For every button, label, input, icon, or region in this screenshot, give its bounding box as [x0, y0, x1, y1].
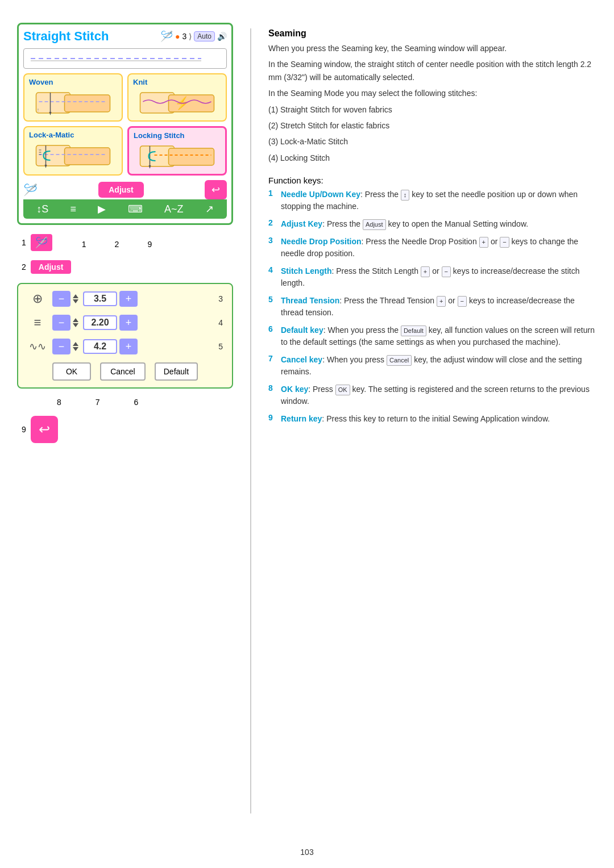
- arrow-icon: ⟩: [189, 32, 192, 41]
- stitch-cell-locking[interactable]: Locking Stitch: [127, 126, 227, 176]
- right-column: Seaming When you press the Seaming key, …: [268, 23, 597, 819]
- fk-num-4: 4: [268, 265, 277, 274]
- svg-marker-6: [49, 112, 52, 115]
- lock-a-matic-label: Lock-a-Matic: [29, 131, 74, 139]
- minus-btn-2[interactable]: −: [52, 315, 70, 331]
- fk-num-7: 7: [268, 354, 277, 363]
- left-column: Straight Stitch 🪡 ● 3 ⟩ Auto 🔊: [17, 23, 233, 819]
- value-text-2: 2.20: [91, 318, 109, 327]
- cancel-button[interactable]: Cancel: [100, 362, 146, 381]
- value-arrows-3: [73, 342, 78, 351]
- fk-item-9: 9 Return key: Press this key to return t…: [268, 413, 597, 425]
- fk-text-7: Cancel key: When you press Cancel key, t…: [281, 354, 597, 378]
- fk-text-8: OK key: Press OK key. The setting is reg…: [281, 383, 597, 407]
- fk-item-4: 4 Stitch Length: Press the Stitch Length…: [268, 265, 597, 289]
- fk-text-5: Thread Tension: Press the Thread Tension…: [281, 295, 597, 319]
- return-button[interactable]: ↩: [205, 180, 227, 199]
- nav-icon-az[interactable]: A~Z: [164, 203, 184, 215]
- fk-num-9: 9: [268, 413, 277, 422]
- value-arrows-2: [73, 318, 78, 327]
- nav-icon-1[interactable]: ↕S: [36, 203, 48, 215]
- fk-badge-6: Default: [401, 326, 426, 336]
- auto-badge: Auto: [194, 31, 215, 41]
- bobbin-icon: ●: [175, 32, 180, 41]
- fk-badge-7: Cancel: [387, 355, 412, 366]
- fk-text-3: Needle Drop Position: Press the Needle D…: [281, 236, 597, 260]
- panel-title: Straight Stitch: [23, 29, 109, 44]
- nav-icon-home[interactable]: ↗: [205, 203, 214, 215]
- row-num-2: 4: [214, 318, 223, 327]
- fk-term-7: Cancel key: [281, 355, 322, 364]
- fk-item-8: 8 OK key: Press OK key. The setting is r…: [268, 383, 597, 407]
- default-button[interactable]: Default: [155, 362, 198, 381]
- panel-icons: 🪡 ● 3 ⟩ Auto 🔊: [160, 30, 227, 43]
- minus-btn-1[interactable]: −: [52, 291, 70, 307]
- woven-svg: ↑: [29, 90, 117, 115]
- callout-section: 1 🪡 1 2 9: [17, 234, 233, 251]
- ok-button[interactable]: OK: [52, 362, 91, 381]
- adjust-icon-stitch: ≡: [27, 315, 48, 330]
- fk-num-5: 5: [268, 295, 277, 304]
- stitch-cell-woven[interactable]: Woven ↑: [23, 73, 123, 122]
- seaming-list-2: (2) Stretch Stitch for elastic fabrics: [268, 119, 597, 132]
- return-key-icon[interactable]: ↩: [31, 416, 58, 443]
- fk-text-4: Stitch Length: Press the Stitch Length +…: [281, 265, 597, 289]
- adjust-row-1: ⊕ − 3.5 + 3: [27, 291, 223, 307]
- callout-1: 1 🪡: [22, 234, 52, 251]
- fk-num-6: 6: [268, 324, 277, 333]
- bottom-num-labels: 8 7 6: [17, 398, 233, 407]
- fk-item-1: 1 Needle Up/Down Key: Press the ↕ key to…: [268, 189, 597, 212]
- fk-plus-3: +: [479, 237, 488, 248]
- adjust-icon-needle: ⊕: [27, 291, 48, 306]
- svg-marker-15: [45, 165, 47, 168]
- fk-item-2: 2 Adjust Key: Press the Adjust key to op…: [268, 218, 597, 230]
- fk-term-3: Needle Drop Position: [281, 237, 362, 246]
- function-keys-list: 1 Needle Up/Down Key: Press the ↕ key to…: [268, 189, 597, 425]
- plus-btn-2[interactable]: +: [119, 315, 138, 331]
- plus-btn-3[interactable]: +: [119, 339, 138, 354]
- fk-item-7: 7 Cancel key: When you press Cancel key,…: [268, 354, 597, 378]
- fk-badge-8: OK: [335, 385, 350, 395]
- page-number: 103: [0, 842, 614, 868]
- seaming-title: Seaming: [268, 28, 597, 39]
- minus-btn-3[interactable]: −: [52, 339, 70, 354]
- adjust-control-3: − 4.2 +: [52, 339, 209, 354]
- bottom-toolbar: 🪡 Adjust ↩: [23, 180, 227, 199]
- return-num-label: 9: [22, 425, 26, 434]
- locking-img: [134, 142, 221, 170]
- seaming-body: When you press the Seaming key, the Seam…: [268, 42, 597, 164]
- tri-up-3: [73, 342, 78, 346]
- fk-term-2: Adjust Key: [281, 219, 322, 228]
- stitch-cell-lock-a-matic[interactable]: Lock-a-Matic: [23, 126, 123, 176]
- nav-icon-4[interactable]: ⌨: [128, 203, 143, 215]
- num-label-2: 2: [115, 240, 119, 249]
- num-label-1: 1: [82, 240, 86, 249]
- fk-text-6: Default key: When you press the Default …: [281, 324, 597, 348]
- locking-label: Locking Stitch: [134, 131, 185, 140]
- fk-badge-2: Adjust: [363, 219, 386, 230]
- fk-text-2: Adjust Key: Press the Adjust key to open…: [281, 218, 528, 230]
- locking-stitch-svg: [134, 144, 221, 169]
- nav-icon-2[interactable]: ≡: [70, 203, 76, 215]
- nav-icon-3[interactable]: ▶: [98, 203, 106, 215]
- adjust-button[interactable]: Adjust: [98, 182, 144, 198]
- plus-btn-1[interactable]: +: [119, 291, 138, 307]
- fk-num-2: 2: [268, 218, 277, 227]
- seaming-list-1: (1) Straight Stitch for woven fabrics: [268, 103, 597, 116]
- value-text-3: 4.2: [94, 341, 106, 351]
- nav-row: ↕S ≡ ▶ ⌨ A~Z ↗: [23, 199, 227, 219]
- fk-term-9: Return key: [281, 414, 322, 423]
- fk-term-4: Stitch Length: [281, 266, 331, 276]
- fk-num-1: 1: [268, 189, 277, 198]
- fk-minus-5: −: [458, 296, 467, 307]
- woven-label: Woven: [29, 78, 53, 86]
- callout-2: 2 Adjust: [17, 260, 233, 274]
- seaming-para1: In the Seaming window, the straight stit…: [268, 58, 597, 84]
- stitch-cell-knit[interactable]: Knit ⚡: [127, 73, 227, 122]
- svg-marker-23: [149, 165, 151, 169]
- fk-term-8: OK key: [281, 385, 308, 394]
- fk-item-5: 5 Thread Tension: Press the Thread Tensi…: [268, 295, 597, 319]
- row-num-1: 3: [214, 294, 223, 303]
- lock-a-matic-svg: [29, 143, 117, 168]
- function-keys-title: Function keys:: [268, 176, 597, 185]
